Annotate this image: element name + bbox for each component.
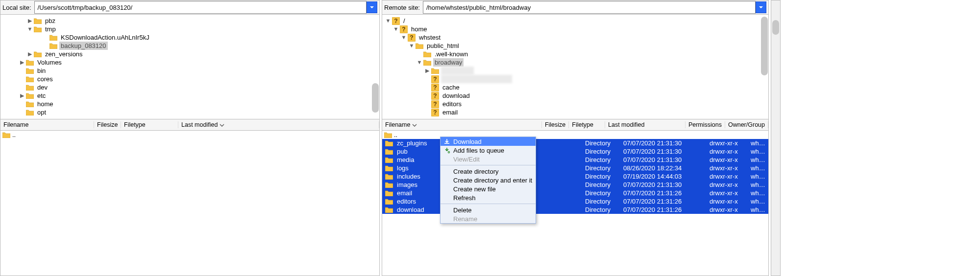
tree-item[interactable]: ▼/ <box>382 17 768 25</box>
file-type: Directory <box>582 197 620 206</box>
menu-separator <box>441 204 536 204</box>
local-path-dropdown[interactable] <box>367 1 377 13</box>
tree-item[interactable]: cache <box>382 83 768 92</box>
disclosure-triangle[interactable]: ▼ <box>416 58 422 67</box>
file-owner: whstest w... <box>748 172 768 181</box>
file-name: zc_plugins <box>397 139 427 147</box>
remote-file-list[interactable]: .. zc_pluginsDirectory07/07/2020 21:31:3… <box>382 131 768 276</box>
disclosure-triangle[interactable]: ▶ <box>27 17 33 25</box>
menu-refresh[interactable]: Refresh <box>441 193 536 202</box>
chevron-down-icon <box>412 122 417 127</box>
menu-download[interactable]: Download <box>441 137 536 146</box>
local-list-header: Filename Filesize Filetype Last modified <box>0 119 379 131</box>
tree-item-label: dev <box>36 83 49 92</box>
tree-item[interactable]: backup_083120 <box>0 42 379 50</box>
folder-icon <box>2 132 10 138</box>
col-lastmod[interactable]: Last modified <box>605 121 686 128</box>
menu-create-directory[interactable]: Create directory <box>441 167 536 176</box>
local-sitebar: Local site: /Users/scott/tmp/backup_0831… <box>0 0 379 15</box>
col-filename[interactable]: Filename <box>382 121 542 128</box>
tree-item-label: home <box>410 25 429 33</box>
disclosure-triangle[interactable]: ▼ <box>409 42 415 50</box>
tree-item[interactable]: editors <box>382 100 768 108</box>
scrollbar-thumb[interactable] <box>772 20 779 35</box>
tree-item[interactable]: ▶Volumes <box>0 58 379 67</box>
remote-path-dropdown[interactable] <box>756 1 766 13</box>
folder-icon <box>385 165 393 171</box>
tree-item-label: email <box>441 108 459 116</box>
col-filesize[interactable]: Filesize <box>94 121 121 128</box>
scrollbar-thumb[interactable] <box>761 17 768 75</box>
remote-path-input[interactable]: /home/whstest/public_html/broadway <box>423 1 756 14</box>
menu-separator <box>441 165 536 165</box>
local-site-label: Local site: <box>2 4 31 11</box>
tree-item[interactable]: ▼public_html <box>382 42 768 50</box>
tree-item[interactable]: ▶etc <box>0 92 379 100</box>
local-path-input[interactable]: /Users/scott/tmp/backup_083120/ <box>34 1 367 14</box>
file-name: pub <box>397 147 408 156</box>
tree-item[interactable]: ▼whstest <box>382 33 768 42</box>
menu-delete[interactable]: Delete <box>441 206 536 214</box>
folder-icon <box>416 43 423 49</box>
tree-item[interactable]: XXXXXXXXXXXXXXXX <box>382 75 768 83</box>
menu-create-directory-enter[interactable]: Create directory and enter it <box>441 176 536 184</box>
col-owner[interactable]: Owner/Group <box>725 121 768 128</box>
list-parent-row[interactable]: .. <box>0 131 379 139</box>
tree-item[interactable]: ▶pbz <box>0 17 379 25</box>
menu-add-to-queue[interactable]: Add files to queue <box>441 146 536 155</box>
tree-item[interactable]: email <box>382 108 768 116</box>
folder-icon <box>385 148 393 155</box>
menu-create-new-file[interactable]: Create new file <box>441 184 536 193</box>
tree-item[interactable]: bin <box>0 67 379 75</box>
file-owner: whstest w... <box>748 147 768 156</box>
col-filesize[interactable]: Filesize <box>542 121 569 128</box>
menu-rename: Rename <box>441 214 536 223</box>
tree-item[interactable]: ▶zen_versions <box>0 50 379 58</box>
tree-item[interactable]: ▼tmp <box>0 25 379 33</box>
parent-dir-label: .. <box>12 131 16 138</box>
folder-icon <box>26 76 34 82</box>
tree-item[interactable]: ▶XXXXXXX <box>382 67 768 75</box>
folder-icon <box>385 140 393 146</box>
remote-site-label: Remote site: <box>384 4 420 11</box>
col-permissions[interactable]: Permissions <box>686 121 725 128</box>
question-folder-icon <box>392 17 400 25</box>
tree-item[interactable]: ▼broadway <box>382 58 768 67</box>
tree-item[interactable]: cores <box>0 75 379 83</box>
menu-view-edit: View/Edit <box>441 155 536 163</box>
tree-item[interactable]: ▼home <box>382 25 768 33</box>
tree-item[interactable]: opt <box>0 108 379 116</box>
disclosure-triangle[interactable]: ▼ <box>385 17 391 25</box>
local-tree[interactable]: ▶pbz▼tmpKSDownloadAction.uAhLnIr5kJbacku… <box>0 15 379 119</box>
scrollbar-thumb[interactable] <box>372 83 379 113</box>
app-scrollbar[interactable] <box>771 0 781 276</box>
disclosure-triangle[interactable]: ▼ <box>393 25 399 33</box>
file-name: media <box>397 156 414 164</box>
tree-item[interactable]: dev <box>0 83 379 92</box>
remote-sitebar: Remote site: /home/whstest/public_html/b… <box>382 0 768 15</box>
file-perm: drwxr-xr-x <box>707 189 748 197</box>
disclosure-triangle[interactable]: ▶ <box>424 67 430 75</box>
disclosure-triangle[interactable]: ▶ <box>19 58 25 67</box>
disclosure-triangle[interactable]: ▶ <box>19 92 25 100</box>
local-file-list[interactable]: .. <box>0 131 379 276</box>
tree-item[interactable]: home <box>0 100 379 108</box>
remote-tree[interactable]: ▼/▼home▼whstest▼public_html.well-known▼b… <box>382 15 768 119</box>
col-lastmod[interactable]: Last modified <box>178 121 379 128</box>
tree-item-label: XXXXXXXXXXXXXXXX <box>441 75 512 83</box>
tree-item[interactable]: download <box>382 92 768 100</box>
tree-item-label: cores <box>36 75 54 83</box>
disclosure-triangle[interactable]: ▼ <box>401 33 407 42</box>
context-menu: Download Add files to queue View/Edit Cr… <box>440 137 536 224</box>
col-filename[interactable]: Filename <box>0 121 94 128</box>
col-filetype[interactable]: Filetype <box>121 121 178 128</box>
disclosure-triangle[interactable]: ▶ <box>27 50 33 58</box>
question-folder-icon <box>431 84 439 92</box>
tree-item-label: download <box>441 92 471 100</box>
col-filetype[interactable]: Filetype <box>569 121 605 128</box>
file-owner: whstest w... <box>748 181 768 189</box>
file-date: 07/07/2020 21:31:30 <box>620 156 707 164</box>
tree-item[interactable]: KSDownloadAction.uAhLnIr5kJ <box>0 33 379 42</box>
disclosure-triangle[interactable]: ▼ <box>27 25 33 33</box>
tree-item[interactable]: .well-known <box>382 50 768 58</box>
